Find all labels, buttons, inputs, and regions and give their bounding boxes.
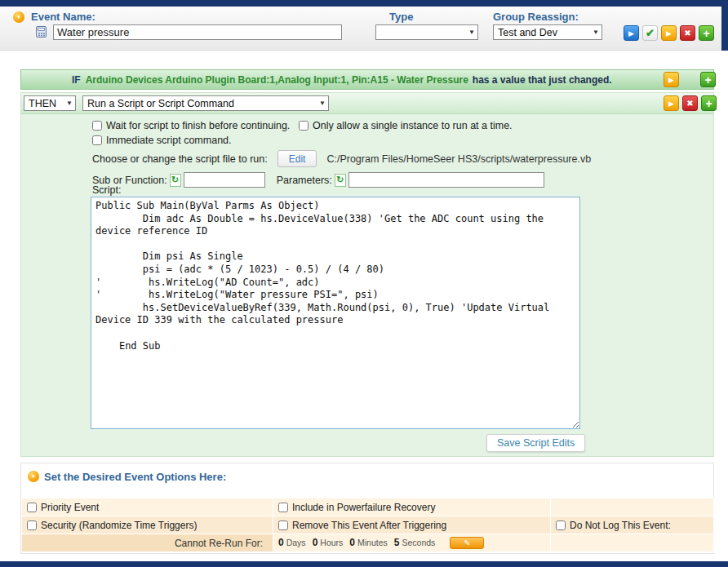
powerfailure-checkbox[interactable] [278,503,288,512]
script-editor[interactable]: Public Sub Main(ByVal Parms As Object) D… [91,197,580,429]
event-options-table: Priority Event Include in Powerfailure R… [21,498,714,552]
event-name-row [34,24,342,40]
immediate-script-checkbox[interactable] [92,135,102,145]
save-event-button[interactable]: ✔ [642,25,658,41]
arrow-right-icon: ▶ [668,76,674,84]
remove-after-cell: Remove This Event After Triggering [273,516,551,534]
options-section-title: Set the Desired Event Options Here: [44,471,226,483]
action-type-select[interactable]: Run a Script or Script Command ▼ [82,95,329,111]
parameters-label: Parameters: [277,175,332,186]
security-checkbox-label[interactable]: Security (Randomize Time Triggers) [27,520,268,531]
do-not-log-text: Do Not Log This Event: [570,520,671,531]
refresh-subs-icon[interactable]: ↻ [170,174,181,187]
x-icon: ✖ [686,99,693,108]
immediate-script-text: Immediate script command. [106,135,232,146]
chevron-down-icon: ▼ [319,100,326,107]
options-row-3: Cannot Re-Run For: 0Days0Hours0Minutes5S… [22,534,714,552]
security-checkbox[interactable] [27,520,37,530]
remove-after-checkbox[interactable] [278,520,288,530]
group-reassign-select[interactable]: Test and Dev ▼ [493,24,602,40]
chevron-down-icon: ▼ [593,29,599,36]
right-border-bar [721,0,728,51]
type-label: Type [389,11,413,23]
event-action-buttons: ▶ ✔ ▶ ✖ + [624,25,714,41]
wait-for-script-checkbox[interactable] [92,121,102,131]
rerun-days-value: 0 [278,537,284,548]
edit-rerun-button[interactable]: ✎ [450,537,484,549]
priority-event-checkbox-label[interactable]: Priority Event [27,502,268,513]
trigger-bar: IF Arduino Devices Arduino Plugin Board:… [20,69,714,90]
rerun-hours-unit: Hours [320,538,343,547]
add-event-button[interactable]: + [699,25,714,41]
immediate-script-checkbox-label[interactable]: Immediate script command. [92,135,232,146]
event-device-icon[interactable] [34,25,48,39]
options-row-2: Security (Randomize Time Triggers) Remov… [22,516,714,534]
priority-event-checkbox[interactable] [27,503,37,512]
if-label: IF [72,74,81,86]
event-name-input[interactable] [53,24,342,40]
add-trigger-button[interactable]: + [700,72,716,87]
powerfailure-checkbox-label[interactable]: Include in Powerfailure Recovery [278,502,545,513]
top-border-bar [0,0,728,7]
delete-event-button[interactable]: ✖ [680,25,695,41]
trigger-condition-text: has a value that just changed. [473,74,612,86]
collapse-toggle-icon[interactable]: ▼ [13,11,24,23]
remove-after-text: Remove This Event After Triggering [292,520,446,531]
rerun-seconds-value: 5 [394,537,400,548]
action-panel: THEN ▼ Run a Script or Script Command ▼ … [20,92,714,457]
check-icon: ✔ [646,27,655,39]
refresh-parameters-icon[interactable]: ↻ [335,174,346,187]
parameters-input[interactable] [348,172,544,188]
event-header: ▼ Event Name: Type ▼ Group Reassign: Tes… [0,7,721,51]
plus-icon: + [704,73,711,86]
rerun-minutes-unit: Minutes [357,538,388,547]
powerfailure-text: Include in Powerfailure Recovery [292,502,435,513]
copy-event-button[interactable]: ▶ [661,25,677,41]
rerun-label: Cannot Re-Run For: [22,534,273,552]
sub-parameters-row: Sub or Function: ↻ Parameters: ↻ [92,172,544,188]
security-cell: Security (Randomize Time Triggers) [22,516,273,534]
security-text: Security (Randomize Time Triggers) [41,520,197,531]
choose-script-label: Choose or change the script file to run: [92,153,268,165]
save-script-edits-button[interactable]: Save Script Edits [486,434,585,452]
copy-action-button[interactable]: ▶ [664,95,679,111]
single-instance-checkbox-label[interactable]: Only allow a single instance to run at a… [299,120,513,131]
group-selected-value: Test and Dev [498,27,589,38]
delete-action-button[interactable]: ✖ [682,95,698,111]
do-not-log-checkbox-label[interactable]: Do Not Log This Event: [556,520,708,531]
edit-script-button[interactable]: Edit [277,150,317,167]
pencil-icon: ✎ [464,539,470,547]
remove-after-checkbox-label[interactable]: Remove This Event After Triggering [278,520,545,531]
script-file-path: C:/Program Files/HomeSeer HS3/scripts/wa… [326,153,591,165]
empty-cell [551,534,714,552]
priority-event-text: Priority Event [41,502,99,513]
bottom-border-bar [0,561,728,567]
event-options-section: ▼ Set the Desired Event Options Here: Pr… [20,463,714,554]
rerun-hours-value: 0 [313,537,318,548]
then-select[interactable]: THEN ▼ [24,95,76,111]
rerun-seconds-unit: Seconds [402,538,435,547]
plus-icon: + [703,27,709,40]
copy-trigger-button[interactable]: ▶ [664,72,679,87]
run-event-button[interactable]: ▶ [624,25,639,41]
arrow-right-icon: ▶ [666,29,672,38]
do-not-log-checkbox[interactable] [556,520,566,530]
action-type-selected-value: Run a Script or Script Command [87,98,316,109]
arrow-right-icon: ▶ [668,100,674,108]
event-name-label: Event Name: [31,11,95,23]
do-not-log-cell: Do Not Log This Event: [551,516,714,534]
trigger-device-link[interactable]: Arduino Devices Arduino Plugin Board:1,A… [86,74,468,86]
plus-icon: + [705,97,712,110]
single-instance-checkbox[interactable] [299,121,309,131]
priority-event-cell: Priority Event [22,498,273,516]
wait-for-script-checkbox-label[interactable]: Wait for script to finish before continu… [92,120,290,131]
add-action-button[interactable]: + [701,95,717,111]
homeseer-event-editor: ▼ Event Name: Type ▼ Group Reassign: Tes… [0,0,728,567]
chevron-down-icon: ▼ [66,100,73,107]
type-select[interactable]: ▼ [375,24,478,40]
play-arrow-icon: ▶ [628,29,634,38]
group-reassign-label: Group Reassign: [493,11,579,23]
empty-cell [551,498,714,516]
options-toggle-icon[interactable]: ▼ [28,471,39,482]
sub-function-input[interactable] [184,172,265,188]
